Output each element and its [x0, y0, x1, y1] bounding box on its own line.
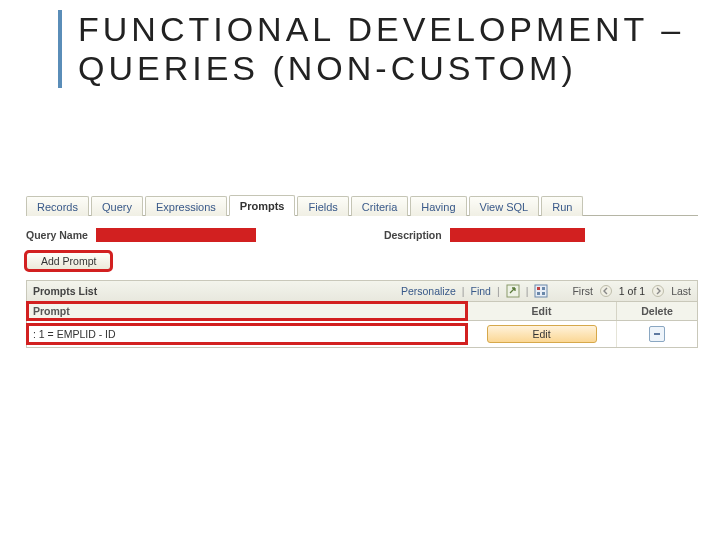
column-delete: Delete — [617, 302, 697, 320]
find-link[interactable]: Find — [471, 285, 491, 297]
svg-rect-3 — [542, 287, 545, 290]
tab-fields[interactable]: Fields — [297, 196, 348, 216]
separator: | — [497, 285, 500, 297]
delete-cell — [617, 322, 697, 346]
query-name-label: Query Name — [26, 229, 88, 241]
first-label: First — [572, 285, 592, 297]
tab-expressions[interactable]: Expressions — [145, 196, 227, 216]
description-label: Description — [384, 229, 442, 241]
row-counter: 1 of 1 — [619, 285, 645, 297]
svg-rect-5 — [542, 292, 545, 295]
svg-rect-4 — [537, 292, 540, 295]
personalize-link[interactable]: Personalize — [401, 285, 456, 297]
svg-rect-2 — [537, 287, 540, 290]
zoom-icon[interactable] — [506, 284, 520, 298]
svg-point-6 — [600, 286, 611, 297]
tab-prompts[interactable]: Prompts — [229, 195, 296, 216]
edit-button[interactable]: Edit — [487, 325, 597, 343]
separator: | — [462, 285, 465, 297]
add-prompt-button[interactable]: Add Prompt — [26, 252, 111, 270]
query-name-row: Query Name Description — [26, 228, 698, 242]
delete-button[interactable] — [649, 326, 665, 342]
page-title: FUNCTIONAL DEVELOPMENT – QUERIES (NON-CU… — [78, 10, 720, 88]
query-app: Records Query Expressions Prompts Fields… — [26, 192, 698, 348]
prev-icon[interactable] — [599, 284, 613, 298]
tab-run[interactable]: Run — [541, 196, 583, 216]
next-icon[interactable] — [651, 284, 665, 298]
table-row: : 1 = EMPLID - ID Edit — [26, 321, 698, 348]
separator: | — [526, 285, 529, 297]
tab-having[interactable]: Having — [410, 196, 466, 216]
add-prompt-row: Add Prompt — [26, 252, 698, 270]
tab-query[interactable]: Query — [91, 196, 143, 216]
svg-rect-1 — [535, 285, 547, 297]
minus-icon — [652, 329, 662, 339]
column-edit: Edit — [467, 302, 617, 320]
slide-title-block: FUNCTIONAL DEVELOPMENT – QUERIES (NON-CU… — [58, 10, 720, 88]
query-name-value-redacted — [96, 228, 256, 242]
tab-records[interactable]: Records — [26, 196, 89, 216]
column-prompt: Prompt — [27, 302, 467, 320]
prompt-cell: : 1 = EMPLID - ID — [27, 324, 467, 344]
grid-icon[interactable] — [534, 284, 548, 298]
svg-rect-0 — [507, 285, 519, 297]
tab-view-sql[interactable]: View SQL — [469, 196, 540, 216]
prompts-list-label: Prompts List — [33, 285, 97, 297]
query-tabs: Records Query Expressions Prompts Fields… — [26, 192, 698, 216]
prompts-list-header: Prompts List Personalize | Find | | Firs… — [26, 280, 698, 302]
edit-cell: Edit — [467, 321, 617, 347]
description-value-redacted — [450, 228, 585, 242]
last-label: Last — [671, 285, 691, 297]
tab-criteria[interactable]: Criteria — [351, 196, 408, 216]
svg-point-7 — [653, 286, 664, 297]
prompts-columns: Prompt Edit Delete — [26, 302, 698, 321]
